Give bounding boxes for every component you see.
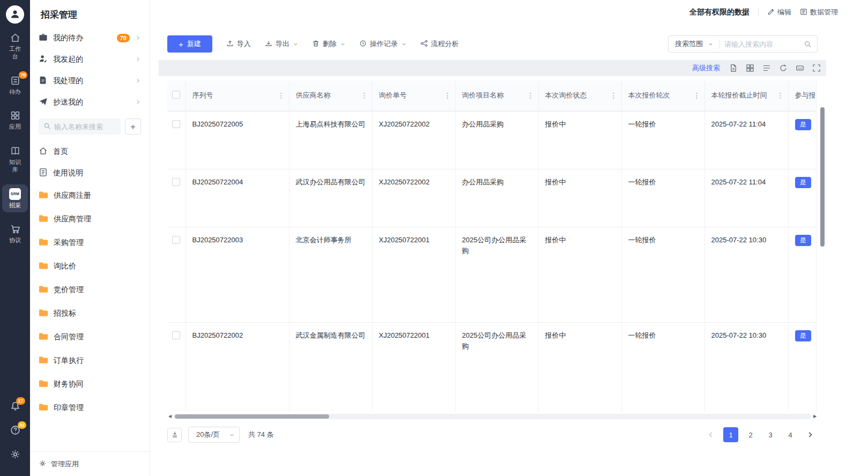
locate-button[interactable] (167, 428, 182, 442)
table-row[interactable]: BJ20250722004 武汉办公用品有限公司 XJ20250722002 办… (167, 169, 817, 227)
sidebar-folder-inquiry[interactable]: 询比价 (30, 255, 150, 278)
srm-app-icon: SRM (9, 188, 21, 200)
new-record-button[interactable]: + 新建 (167, 35, 212, 53)
folder-label: 招投标 (54, 309, 76, 318)
scrollbar-thumb[interactable] (175, 414, 329, 419)
table-row[interactable]: BJ20250722005 上海易点科技有限公司 XJ20250722002 办… (167, 111, 817, 169)
search-input[interactable] (720, 40, 802, 48)
edit-button[interactable]: 编辑 (767, 8, 791, 17)
sidebar-item-handled-by-me[interactable]: 我处理的 (30, 70, 150, 92)
page-button-4[interactable]: 4 (783, 427, 798, 442)
keyboard-icon[interactable] (796, 64, 804, 72)
scroll-right-arrow[interactable]: ▶ (812, 414, 818, 419)
rail-item-todo[interactable]: 待办 70 (2, 71, 28, 99)
column-menu-icon[interactable]: ⋮ (610, 91, 618, 100)
sidebar-folder-bidding-manage[interactable]: 竞价管理 (30, 278, 150, 302)
notification-count-badge: 17 (16, 397, 25, 405)
operation-log-button[interactable]: 操作记录 (359, 39, 406, 49)
advanced-search-link[interactable]: 高级搜索 (692, 63, 720, 73)
page-button-2[interactable]: 2 (743, 427, 758, 442)
rail-item-procurement[interactable]: SRM 招采 (2, 184, 28, 213)
sidebar-search-input[interactable] (54, 123, 116, 131)
prev-page-button[interactable] (703, 427, 718, 442)
column-header-joined[interactable]: 参与报价 (788, 80, 817, 111)
card-view-icon[interactable] (746, 64, 754, 72)
pagination-bar: 20条/页 共 74 条 1 2 3 4 (167, 420, 818, 449)
column-menu-icon[interactable]: ⋮ (777, 91, 784, 100)
sidebar-folder-order-execution[interactable]: 订单执行 (30, 349, 150, 373)
search-icon[interactable] (802, 40, 817, 48)
flow-analysis-button[interactable]: 流程分析 (420, 39, 459, 49)
row-checkbox[interactable] (172, 331, 180, 339)
row-checkbox[interactable] (172, 236, 180, 244)
column-header-round[interactable]: 本次报价轮次⋮ (621, 80, 704, 111)
scrollbar-track[interactable] (174, 414, 811, 419)
delete-button[interactable]: 删除 (312, 39, 345, 49)
import-button[interactable]: 导入 (226, 39, 251, 49)
row-checkbox[interactable] (172, 120, 180, 128)
column-header-status[interactable]: 本次询价状态⋮ (538, 80, 621, 111)
todo-count-pill: 70 (117, 34, 130, 42)
sidebar-folder-seal-manage[interactable]: 印章管理 (30, 396, 150, 420)
column-menu-icon[interactable]: ⋮ (693, 91, 701, 100)
column-header-serial[interactable]: 序列号⋮ (186, 80, 289, 111)
sidebar-folder-finance[interactable]: 财务协同 (30, 373, 150, 396)
table-row[interactable]: BJ20250722002 武汉金属制造有限公司 XJ20250722001 2… (167, 322, 817, 412)
notifications-button[interactable]: 17 (10, 400, 21, 412)
select-all-checkbox[interactable] (172, 91, 180, 99)
export-button[interactable]: 导出 (265, 39, 298, 49)
sidebar-folder-purchase-manage[interactable]: 采购管理 (30, 231, 150, 255)
column-menu-icon[interactable]: ⋮ (278, 91, 285, 100)
column-header-supplier[interactable]: 供应商名称⋮ (289, 80, 372, 111)
rail-item-knowledge[interactable]: 知识库 (2, 142, 28, 177)
column-header-deadline[interactable]: 本轮报价截止时间⋮ (704, 80, 788, 111)
sidebar-search-box[interactable] (39, 118, 121, 135)
rail-item-apps[interactable]: 应用 (2, 106, 28, 134)
export-record-icon[interactable] (729, 64, 738, 72)
book-icon (10, 145, 21, 157)
sidebar-item-initiated-by-me[interactable]: 我发起的 (30, 49, 150, 70)
sidebar-folder-tendering[interactable]: 招投标 (30, 302, 150, 325)
column-header-inquiry-no[interactable]: 询价单号⋮ (372, 80, 455, 111)
user-avatar[interactable] (6, 5, 24, 24)
add-form-button[interactable]: + (125, 118, 141, 135)
vertical-scrollbar[interactable] (820, 107, 825, 247)
row-checkbox[interactable] (172, 178, 180, 186)
sidebar-folder-contract-manage[interactable]: 合同管理 (30, 325, 150, 349)
refresh-icon[interactable] (779, 64, 788, 72)
sidebar-item-guide[interactable]: 使用说明 (30, 162, 150, 184)
sidebar-item-my-todos[interactable]: 我的待办 70 (30, 27, 150, 49)
page-button-3[interactable]: 3 (763, 427, 778, 442)
rail-item-workbench[interactable]: 工作台 (2, 28, 28, 64)
column-header-project[interactable]: 询价项目名称⋮ (455, 80, 538, 111)
settings-button[interactable] (10, 449, 21, 460)
list-view-icon[interactable] (762, 64, 771, 72)
folder-label: 合同管理 (54, 332, 84, 342)
folder-icon (39, 332, 48, 342)
pencil-icon (767, 8, 775, 17)
fullscreen-icon[interactable] (812, 64, 821, 72)
data-scope-label[interactable]: 全部有权限的数据 (689, 8, 750, 17)
scroll-left-arrow[interactable]: ◀ (167, 414, 173, 419)
help-button[interactable]: AI (10, 425, 21, 436)
page-button-1[interactable]: 1 (723, 427, 738, 442)
sidebar-folder-supplier-manage[interactable]: 供应商管理 (30, 207, 150, 231)
manage-apps-button[interactable]: 管理应用 (30, 451, 150, 476)
rail-item-agreement[interactable]: 协议 (2, 220, 28, 248)
rail-bottom: 17 AI (10, 400, 21, 476)
topbar: 全部有权限的数据 编辑 数据管理 (150, 0, 868, 25)
table-row[interactable]: BJ20250722003 北京会计师事务所 XJ20250722001 202… (167, 227, 817, 322)
search-scope-select[interactable]: 搜索范围 (669, 39, 719, 49)
column-menu-icon[interactable]: ⋮ (361, 91, 368, 100)
delete-label: 删除 (323, 39, 337, 49)
gear-icon (39, 459, 47, 469)
sidebar-item-cc-to-me[interactable]: 抄送我的 (30, 92, 150, 113)
page-size-select[interactable]: 20条/页 (188, 427, 240, 443)
column-menu-icon[interactable]: ⋮ (444, 91, 451, 100)
data-manage-button[interactable]: 数据管理 (800, 8, 838, 17)
sidebar-folder-supplier-register[interactable]: 供应商注册 (30, 184, 150, 207)
next-page-button[interactable] (803, 427, 818, 442)
clock-icon (359, 40, 367, 49)
column-menu-icon[interactable]: ⋮ (527, 91, 535, 100)
sidebar-item-home[interactable]: 首页 (30, 141, 150, 162)
